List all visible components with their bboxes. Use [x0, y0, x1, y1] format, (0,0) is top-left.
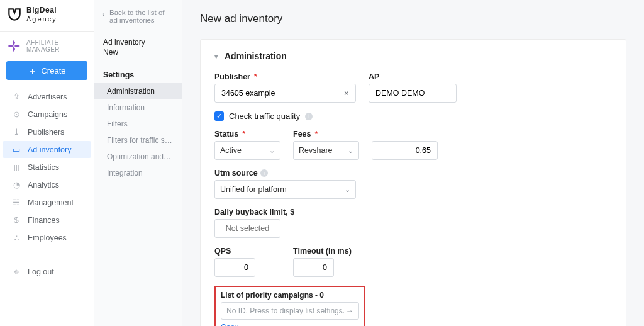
- primary-nav: ⇪ Advertisers ⊙ Campaigns ⤓ Publishers ▭…: [0, 87, 94, 247]
- qps-label: QPS: [214, 247, 255, 256]
- page-title: New ad inventory: [200, 13, 626, 25]
- pie-icon: ◔: [11, 180, 21, 189]
- dbl-label: Daily buyback limit, $: [214, 208, 294, 216]
- chevron-left-icon: ‹: [102, 9, 104, 18]
- administration-card: ▾ Administration Publisher* × AP: [200, 39, 626, 326]
- settings-item-filters-traffic[interactable]: Filters for traffic sour...: [94, 132, 182, 149]
- nav-finances[interactable]: $ Finances: [3, 211, 91, 228]
- svg-marker-1: [8, 45, 14, 47]
- caret-down-icon: ▾: [214, 52, 218, 60]
- dbl-input[interactable]: [214, 219, 280, 238]
- priority-placeholder: No ID. Press to display list settings.: [226, 306, 345, 315]
- priority-campaigns-block: List of priority campaigns - 0 No ID. Pr…: [214, 286, 365, 326]
- nav-label: Advertisers: [28, 93, 67, 101]
- user-block: AFFILIATE MANAGER: [0, 32, 94, 56]
- settings-nav: Administration Information Filters Filte…: [94, 83, 182, 181]
- utm-select[interactable]: Unified for platform ⌄: [214, 180, 356, 199]
- brand-block: BigDeal Agency: [0, 0, 94, 32]
- ap-input-field[interactable]: [374, 88, 451, 98]
- qps-input[interactable]: [214, 258, 255, 277]
- check-traffic-checkbox[interactable]: ✓: [214, 111, 224, 121]
- info-icon[interactable]: i: [260, 169, 268, 177]
- create-button[interactable]: ＋ Create: [6, 61, 87, 80]
- nav-label: Finances: [28, 216, 60, 225]
- check-traffic-label: Check traffic quality: [229, 111, 300, 121]
- nav-ad-inventory[interactable]: ▭ Ad inventory: [3, 141, 91, 158]
- settings-item-administration[interactable]: Administration: [94, 83, 182, 99]
- settings-item-information[interactable]: Information: [94, 99, 182, 116]
- nav-label: Statistics: [28, 163, 59, 172]
- nav-label: Analytics: [28, 181, 59, 189]
- priority-label: List of priority campaigns - 0: [221, 291, 359, 300]
- ap-label: AP: [369, 72, 457, 81]
- settings-item-filters[interactable]: Filters: [94, 116, 182, 132]
- chevron-down-icon: ⌄: [345, 186, 350, 194]
- publisher-input[interactable]: ×: [214, 84, 356, 103]
- nav-campaigns[interactable]: ⊙ Campaigns: [3, 106, 91, 123]
- logout-button[interactable]: ⎆ Log out: [3, 263, 91, 280]
- logout-label: Log out: [28, 267, 54, 276]
- settings-item-optimization[interactable]: Optimization and rules: [94, 149, 182, 165]
- nav-label: Management: [28, 198, 74, 207]
- chevron-down-icon: ⌄: [269, 147, 275, 155]
- fees-select[interactable]: Revshare ⌄: [293, 141, 359, 160]
- utm-value: Unified for platform: [220, 185, 287, 194]
- nav-label: Publishers: [28, 128, 64, 137]
- fees-label: Fees*: [293, 130, 359, 138]
- info-icon[interactable]: i: [305, 113, 313, 120]
- breadcrumb-title: Ad inventory: [103, 38, 173, 47]
- publisher-label: Publisher*: [214, 72, 356, 81]
- priority-copy-link[interactable]: Copy: [221, 323, 238, 326]
- target-icon: ⊙: [11, 110, 21, 119]
- timeout-field[interactable]: [299, 262, 328, 273]
- nav-management[interactable]: ☵ Management: [3, 194, 91, 211]
- nav-analytics[interactable]: ◔ Analytics: [3, 176, 91, 193]
- timeout-input[interactable]: [293, 258, 334, 277]
- divider: [0, 252, 94, 252]
- settings-item-integration[interactable]: Integration: [94, 165, 182, 181]
- publisher-input-field[interactable]: [220, 88, 343, 98]
- svg-marker-0: [13, 40, 15, 46]
- logout-icon: ⎆: [11, 267, 21, 276]
- status-select[interactable]: Active ⌄: [214, 141, 280, 160]
- section-header[interactable]: ▾ Administration: [214, 51, 612, 61]
- brand-name-1: BigDeal: [26, 6, 57, 14]
- arrow-right-icon: →: [346, 306, 353, 315]
- nav-employees[interactable]: ⛬ Employees: [3, 229, 91, 246]
- status-value: Active: [220, 146, 242, 155]
- svg-marker-2: [14, 45, 20, 47]
- dbl-field[interactable]: [220, 223, 275, 233]
- brand-name-2: Agency: [26, 15, 57, 23]
- create-button-label: Create: [41, 66, 65, 76]
- brand-logo-icon: [6, 6, 23, 23]
- fee-amount-field[interactable]: [377, 145, 432, 155]
- people-icon: ⛬: [11, 233, 21, 242]
- svg-marker-3: [13, 46, 15, 52]
- grid-icon: ☵: [11, 198, 21, 207]
- nav-advertisers[interactable]: ⇪ Advertisers: [3, 88, 91, 105]
- breadcrumb-sub: New: [103, 48, 173, 57]
- priority-input[interactable]: No ID. Press to display list settings. →: [221, 302, 359, 320]
- nav-label: Employees: [28, 233, 67, 242]
- breadcrumb: Ad inventory New: [94, 33, 182, 57]
- back-link-label: Back to the list of ad inventories: [109, 9, 174, 24]
- left-sidebar: BigDeal Agency AFFILIATE MANAGER ＋ Crea: [0, 0, 94, 326]
- settings-heading: Settings: [94, 57, 182, 83]
- back-link[interactable]: ‹ Back to the list of ad inventories: [94, 6, 182, 33]
- download-icon: ⤓: [11, 127, 21, 137]
- plus-icon: ＋: [28, 66, 37, 76]
- nav-publishers[interactable]: ⤓ Publishers: [3, 123, 91, 140]
- fee-amount-input[interactable]: [372, 141, 438, 160]
- main-content: New ad inventory ▾ Administration Publis…: [182, 0, 644, 326]
- clear-publisher-icon[interactable]: ×: [343, 88, 350, 98]
- upload-icon: ⇪: [11, 92, 21, 101]
- qps-field[interactable]: [220, 262, 250, 273]
- nav-statistics[interactable]: ⫼ Statistics: [3, 159, 91, 176]
- inventory-icon: ▭: [11, 145, 21, 154]
- secondary-sidebar: ‹ Back to the list of ad inventories Ad …: [94, 0, 182, 326]
- status-label: Status*: [214, 130, 280, 138]
- ap-input[interactable]: [369, 84, 457, 103]
- nav-label: Ad inventory: [28, 145, 71, 154]
- avatar-icon: [6, 38, 21, 53]
- fees-value: Revshare: [299, 146, 333, 155]
